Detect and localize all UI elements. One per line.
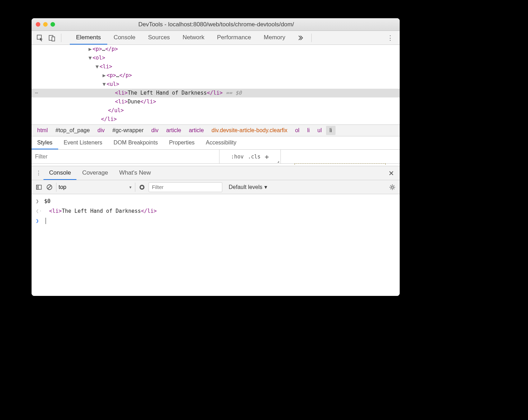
console-row: ❯$0 <box>32 196 400 206</box>
log-levels-label: Default levels <box>229 184 262 190</box>
expand-arrow-icon[interactable]: ▼ <box>102 80 107 89</box>
clear-console-icon[interactable] <box>46 183 53 191</box>
dom-node[interactable]: ▼<li> <box>32 62 400 71</box>
tab-sources[interactable]: Sources <box>142 31 176 45</box>
console-arrow-icon: ❮· <box>36 207 42 215</box>
expand-arrow-icon[interactable]: ▼ <box>95 62 100 71</box>
toolbar-separator <box>61 34 61 42</box>
styles-tabs: StylesEvent ListenersDOM BreakpointsProp… <box>32 136 400 150</box>
new-style-rule-button[interactable]: + <box>265 153 269 161</box>
live-expression-icon[interactable] <box>138 183 146 191</box>
console-context-value: top <box>59 184 133 190</box>
svg-point-8 <box>141 186 143 188</box>
console-settings-icon[interactable] <box>388 183 396 191</box>
dropdown-indicator-icon <box>277 161 279 163</box>
styles-tab-accessibility[interactable]: Accessibility <box>200 136 242 149</box>
svg-line-16 <box>391 188 391 189</box>
inspect-element-icon[interactable] <box>35 33 45 43</box>
svg-line-15 <box>394 188 394 189</box>
breadcrumb-item[interactable]: li <box>326 126 336 135</box>
expand-arrow-icon[interactable]: ▶ <box>88 45 93 54</box>
toolbar-separator <box>311 34 312 42</box>
elements-panel: ▶<p>…</p>▼<ol>▼<li>▶<p>…</p>▼<ul>⋯<li>Th… <box>32 45 400 124</box>
chevron-down-icon: ▾ <box>264 184 267 190</box>
main-menu-button[interactable]: ⋮ <box>384 34 396 42</box>
breadcrumb-item[interactable]: #gc-wrapper <box>109 126 147 135</box>
console-arrow-icon: ❯ <box>36 197 42 205</box>
breadcrumb-item[interactable]: html <box>34 126 51 135</box>
titlebar: DevTools - localhost:8080/web/tools/chro… <box>32 18 400 31</box>
styles-filter-row: :hov .cls + <box>32 150 400 164</box>
tab-network[interactable]: Network <box>176 31 211 45</box>
breadcrumb-item[interactable]: #top_of_page <box>52 126 93 135</box>
tab-memory[interactable]: Memory <box>257 31 291 45</box>
breadcrumb-item[interactable]: div <box>148 126 162 135</box>
log-levels-dropdown[interactable]: Default levels ▾ <box>229 184 267 190</box>
window-title: DevTools - localhost:8080/web/tools/chro… <box>37 21 395 28</box>
console-arrow-icon: ❯ <box>36 217 42 225</box>
styles-tab-event-listeners[interactable]: Event Listeners <box>58 136 108 149</box>
expand-arrow-icon[interactable]: ▶ <box>102 71 107 80</box>
console-row: ❯ <box>32 216 400 226</box>
more-tabs-button[interactable] <box>294 35 307 41</box>
dom-node[interactable]: ▼<ul> <box>32 80 400 89</box>
box-model-fragment <box>295 163 386 165</box>
breadcrumbs: html#top_of_pagediv#gc-wrapperdivarticle… <box>32 124 400 136</box>
breadcrumb-item[interactable]: div <box>94 126 108 135</box>
breadcrumb-item[interactable]: ol <box>292 126 303 135</box>
device-toggle-icon[interactable] <box>47 33 57 43</box>
breadcrumb-item[interactable]: ul <box>314 126 325 135</box>
tab-console[interactable]: Console <box>107 31 142 45</box>
dom-node[interactable]: </li> <box>32 115 400 124</box>
cursor <box>46 218 46 224</box>
breadcrumb-item[interactable]: li <box>304 126 313 135</box>
expand-arrow-icon[interactable]: ▼ <box>88 54 93 62</box>
devtools-window: DevTools - localhost:8080/web/tools/chro… <box>32 18 400 296</box>
drawer-menu-button[interactable]: ⋮ <box>34 166 43 180</box>
styles-filter-actions: :hov .cls + <box>219 150 280 163</box>
svg-rect-2 <box>52 37 55 41</box>
dom-node[interactable]: </ul> <box>32 106 400 115</box>
console-sidebar-toggle-icon[interactable] <box>35 183 43 191</box>
drawer-tab-console[interactable]: Console <box>43 166 76 180</box>
styles-body <box>32 164 400 166</box>
console-filter-input[interactable] <box>149 182 222 192</box>
cls-toggle[interactable]: .cls <box>248 154 260 160</box>
main-toolbar: ElementsConsoleSourcesNetworkPerformance… <box>32 31 400 45</box>
svg-point-9 <box>391 186 393 188</box>
svg-rect-3 <box>36 185 41 189</box>
dom-node[interactable]: ▼<ol> <box>32 54 400 62</box>
dom-node[interactable]: ▶<p>…</p> <box>32 71 400 80</box>
breadcrumb-item[interactable]: div.devsite-article-body.clearfix <box>208 126 291 135</box>
breadcrumb-item[interactable]: article <box>185 126 208 135</box>
console-body[interactable]: ❯$0❮·<li>The Left Hand of Darkness</li>❯ <box>32 194 400 296</box>
drawer: ⋮ ConsoleCoverageWhat's New top Default … <box>32 166 400 296</box>
console-toolbar: top Default levels ▾ <box>32 180 400 194</box>
dom-node[interactable]: <li>Dune</li> <box>32 97 400 106</box>
svg-line-17 <box>394 185 394 186</box>
tab-performance[interactable]: Performance <box>211 31 257 45</box>
styles-tab-styles[interactable]: Styles <box>32 136 58 149</box>
drawer-tabs: ⋮ ConsoleCoverageWhat's New <box>32 166 400 180</box>
dom-node[interactable]: ▶<p>…</p> <box>32 45 400 54</box>
dom-node-selected[interactable]: ⋯<li>The Left Hand of Darkness</li> == $… <box>32 89 400 97</box>
breadcrumb-item[interactable]: article <box>163 126 185 135</box>
console-row: ❮·<li>The Left Hand of Darkness</li> <box>32 206 400 216</box>
drawer-close-button[interactable] <box>385 166 398 180</box>
styles-filter-input[interactable] <box>32 150 219 163</box>
svg-line-6 <box>48 185 51 189</box>
styles-tab-properties[interactable]: Properties <box>163 136 200 149</box>
svg-line-14 <box>391 185 391 186</box>
selected-marker-icon: ⋯ <box>32 89 41 97</box>
drawer-tab-what-s-new[interactable]: What's New <box>114 166 156 180</box>
hov-toggle[interactable]: :hov <box>231 154 244 160</box>
console-context-select[interactable]: top <box>56 183 135 192</box>
tab-elements[interactable]: Elements <box>70 31 107 45</box>
drawer-tab-coverage[interactable]: Coverage <box>76 166 114 180</box>
styles-tab-dom-breakpoints[interactable]: DOM Breakpoints <box>108 136 163 149</box>
